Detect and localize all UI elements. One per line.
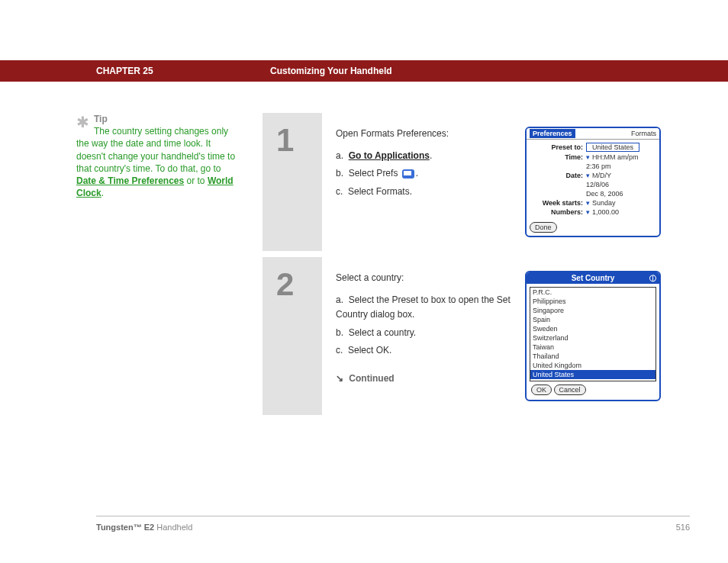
country-item[interactable]: United Kingdom [530, 361, 656, 370]
set-country-title-bar: Set Country ⓘ [527, 272, 659, 284]
continued-indicator: ↘ Continued [336, 372, 516, 386]
sub-suffix: . [430, 150, 432, 161]
step-1-c-text: Select Formats. [348, 186, 412, 197]
page-number: 516 [676, 523, 690, 532]
chapter-number: CHAPTER 25 [96, 66, 153, 76]
chapter-title: Customizing Your Handheld [270, 66, 392, 76]
page-footer: Tungsten™ E2 Handheld 516 [96, 516, 690, 532]
step-1-instructions: Open Formats Preferences: a. Go to Appli… [336, 127, 516, 237]
preset-to-label: Preset to: [531, 143, 583, 151]
sub-prefix: b. [336, 168, 343, 179]
step-2-number: 2 [263, 257, 322, 415]
preferences-tab: Preferences [530, 129, 575, 138]
preset-to-box[interactable]: United States [586, 143, 639, 152]
step-1-item-b: b. Select Prefs . [336, 166, 516, 181]
time-label: Time: [531, 153, 583, 161]
set-country-title: Set Country [572, 274, 615, 282]
product-name: Tungsten™ E2 Handheld [96, 523, 192, 532]
sub-prefix: a. [336, 294, 343, 305]
sub-prefix: c. [336, 186, 343, 197]
continued-label: Continued [349, 373, 394, 384]
week-starts-dropdown[interactable]: Sunday [583, 199, 655, 207]
step-2-lead: Select a country: [336, 271, 516, 285]
numbers-dropdown[interactable]: 1,000.00 [583, 208, 655, 216]
country-list[interactable]: P.R.C.PhilippinesSingaporeSpainSwedenSwi… [530, 287, 656, 381]
formats-preferences-screenshot: Preferences Formats Preset to: United St… [525, 127, 661, 237]
chapter-header: CHAPTER 25 Customizing Your Handheld [0, 60, 728, 82]
step-2-a-text: Select the Preset to box to open the Set… [336, 294, 511, 320]
prefs-icon [402, 169, 414, 179]
sub-prefix: a. [336, 150, 343, 161]
step-1-lead: Open Formats Preferences: [336, 127, 516, 141]
time-sample: 2:36 pm [583, 162, 655, 170]
step-1-item-c: c. Select Formats. [336, 185, 516, 199]
info-icon[interactable]: ⓘ [649, 274, 656, 284]
tip-label: Tip [94, 114, 108, 124]
country-item[interactable]: P.R.C. [530, 288, 656, 297]
step-2-body: Select a country: a. Select the Preset t… [322, 257, 672, 415]
step-1-number: 1 [263, 113, 322, 251]
tip-text-before: The country setting changes only the way… [76, 126, 235, 174]
product-name-rest: Handheld [154, 523, 192, 532]
numbers-label: Numbers: [531, 208, 583, 216]
country-item[interactable]: Philippines [530, 297, 656, 306]
tip-sidebar: ✱ Tip The country setting changes only t… [76, 113, 237, 199]
country-item[interactable]: Switzerland [530, 333, 656, 343]
date-dropdown[interactable]: M/D/Y [583, 172, 655, 179]
cancel-button[interactable]: Cancel [554, 384, 586, 395]
date-sample-short: 12/8/06 [583, 181, 655, 188]
step-1-item-a: a. Go to Applications. [336, 149, 516, 163]
date-sample-long: Dec 8, 2006 [583, 190, 655, 198]
set-country-screenshot: Set Country ⓘ P.R.C.PhilippinesSingapore… [525, 271, 661, 401]
country-item[interactable]: Singapore [530, 306, 656, 315]
ok-button[interactable]: OK [531, 384, 552, 395]
step-1: 1 Open Formats Preferences: a. Go to App… [263, 113, 672, 251]
continued-arrow-icon: ↘ [336, 373, 343, 384]
tip-asterisk-icon: ✱ [76, 114, 89, 130]
step-2-instructions: Select a country: a. Select the Preset t… [336, 271, 516, 401]
date-time-preferences-link[interactable]: Date & Time Preferences [76, 175, 184, 186]
week-starts-label: Week starts: [531, 199, 583, 207]
steps-container: 1 Open Formats Preferences: a. Go to App… [263, 113, 672, 421]
country-item[interactable]: Taiwan [530, 343, 656, 352]
country-item[interactable]: United States [530, 370, 656, 379]
step-2: 2 Select a country: a. Select the Preset… [263, 257, 672, 415]
formats-category-label: Formats [631, 130, 656, 137]
product-name-bold: Tungsten™ E2 [96, 523, 154, 532]
step-2-c-text: Select OK. [348, 345, 391, 355]
sub-prefix: b. [336, 327, 343, 338]
done-button[interactable]: Done [530, 222, 557, 233]
step-2-item-a: a. Select the Preset to box to open the … [336, 293, 516, 322]
tip-text-mid: or to [187, 175, 208, 186]
step-2-item-c: c. Select OK. [336, 343, 516, 358]
step-2-item-b: b. Select a country. [336, 326, 516, 340]
go-to-applications-link[interactable]: Go to Applications [349, 150, 430, 161]
step-1-b-text: Select Prefs [349, 168, 401, 179]
sub-prefix: c. [336, 345, 343, 355]
step-1-body: Open Formats Preferences: a. Go to Appli… [322, 113, 672, 251]
time-dropdown[interactable]: HH:MM am/pm [583, 153, 655, 161]
step-2-b-text: Select a country. [349, 327, 417, 338]
tip-body: The country setting changes only the way… [76, 126, 235, 198]
date-label: Date: [531, 172, 583, 179]
country-item[interactable]: Spain [530, 315, 656, 324]
tip-text-after: . [101, 188, 104, 198]
sub-suffix: . [416, 168, 418, 179]
country-item[interactable]: Thailand [530, 352, 656, 361]
country-item[interactable]: Sweden [530, 324, 656, 333]
